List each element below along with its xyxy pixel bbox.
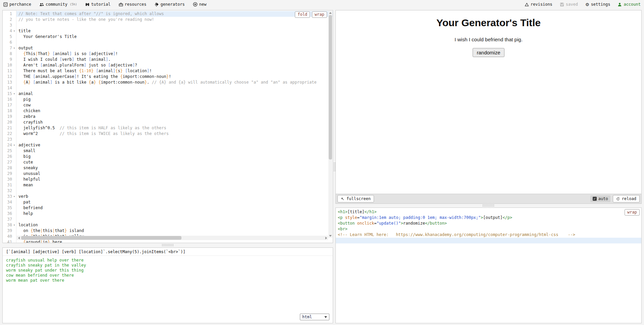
editor-line[interactable]: 4▾title bbox=[3, 28, 333, 34]
horizontal-scrollbar-thumb[interactable] bbox=[21, 236, 181, 240]
editor-code-area[interactable]: 1// Note: Text that comes after "//" is … bbox=[3, 11, 333, 243]
console-input-line[interactable]: [`[animal] [adjective] [verb] [location]… bbox=[3, 248, 333, 256]
fold-button[interactable]: fold bbox=[295, 11, 310, 18]
editor-line[interactable]: 34 pat bbox=[3, 199, 333, 205]
editor-line[interactable]: 17 cow bbox=[3, 102, 333, 108]
editor-line[interactable]: 31 mean bbox=[3, 182, 333, 188]
editor-line-content[interactable] bbox=[16, 40, 333, 45]
editor-line[interactable]: 5 Your Generator's Title bbox=[3, 34, 333, 40]
editor-line[interactable]: 30 helpful bbox=[3, 177, 333, 182]
scroll-down-arrow[interactable] bbox=[328, 234, 332, 238]
editor-line[interactable]: 22 worm^2 // this item is TWICE as likel… bbox=[3, 131, 333, 137]
editor-line-content[interactable]: sneaky bbox=[16, 165, 333, 171]
editor-line-content[interactable]: chicken bbox=[16, 108, 333, 114]
editor-line-content[interactable]: cow bbox=[16, 102, 333, 108]
editor-line-content[interactable]: mean bbox=[16, 182, 333, 188]
editor-line-content[interactable]: small bbox=[16, 148, 333, 154]
left-right-resize-handle[interactable] bbox=[333, 162, 336, 172]
editor-line[interactable]: 26 big bbox=[3, 154, 333, 159]
editor-line[interactable]: 15▾animal bbox=[3, 91, 333, 97]
editor-line[interactable]: 1// Note: Text that comes after "//" is … bbox=[3, 11, 333, 17]
editor-line-content[interactable]: location bbox=[16, 222, 333, 228]
editor-line-content[interactable]: animal bbox=[16, 91, 333, 97]
editor-line-content[interactable]: big bbox=[16, 154, 333, 159]
editor-line-content[interactable]: Your Generator's Title bbox=[16, 34, 333, 40]
editor-line-content[interactable]: jellyfish^0.5 // this item is HALF as li… bbox=[16, 125, 333, 131]
editor-console-resize-handle[interactable] bbox=[162, 244, 174, 246]
editor-line[interactable]: 2// you to write notes - like the one yo… bbox=[3, 17, 333, 22]
editor-line-content[interactable]: There must be at least {1-10} [animal]{s… bbox=[16, 68, 333, 74]
preview-html-resize-handle[interactable] bbox=[482, 204, 494, 207]
editor-line-content[interactable]: unusual bbox=[16, 171, 333, 177]
editor-line[interactable]: 25 small bbox=[3, 148, 333, 154]
editor-line-content[interactable]: output bbox=[16, 45, 333, 51]
editor-line[interactable]: 37 bbox=[3, 217, 333, 222]
editor-line[interactable]: 24▾adjective bbox=[3, 142, 333, 148]
editor-line-content[interactable]: on {the|this|that} island bbox=[16, 228, 333, 234]
editor-line[interactable]: 23 bbox=[3, 137, 333, 142]
editor-line[interactable]: 38▾location bbox=[3, 222, 333, 228]
editor-line-content[interactable]: cute bbox=[16, 159, 333, 165]
editor-line-content[interactable] bbox=[16, 85, 333, 91]
wrap-button[interactable]: wrap bbox=[312, 11, 327, 18]
editor-horizontal-scrollbar[interactable] bbox=[17, 236, 328, 240]
editor-line[interactable]: 7▾output bbox=[3, 45, 333, 51]
editor-line[interactable]: 18 chicken bbox=[3, 108, 333, 114]
editor-line-content[interactable]: befriend bbox=[16, 205, 333, 211]
scroll-left-arrow[interactable] bbox=[17, 236, 21, 240]
scroll-right-arrow[interactable] bbox=[324, 236, 328, 240]
editor-line-content[interactable]: crayfish bbox=[16, 120, 333, 125]
editor-line[interactable]: 28 sneaky bbox=[3, 165, 333, 171]
html-code-area[interactable]: <h1>[title]</h1><p style="margin:1em aut… bbox=[336, 209, 641, 243]
output-format-select[interactable]: html bbox=[300, 314, 329, 320]
editor-line-content[interactable]: adjective bbox=[16, 142, 333, 148]
fold-arrow-icon[interactable]: ▾ bbox=[12, 194, 16, 199]
editor-line-content[interactable]: I wish I could [verb] that [animal]. bbox=[16, 57, 333, 62]
nav-item-community[interactable]: community (5h) bbox=[39, 2, 77, 7]
fold-arrow-icon[interactable]: ▾ bbox=[12, 28, 16, 34]
editor-line[interactable]: 14 bbox=[3, 85, 333, 91]
html-code-line[interactable]: <!-- Learn HTML here: https://www.khanac… bbox=[336, 232, 641, 238]
editor-line-content[interactable] bbox=[16, 217, 333, 222]
editor-line-content[interactable]: helpful bbox=[16, 177, 333, 182]
editor-line-content[interactable]: help bbox=[16, 211, 333, 217]
editor-line[interactable]: 10 Aren't [animal.pluralForm] just so [a… bbox=[3, 62, 333, 68]
editor-line[interactable]: 3 bbox=[3, 22, 333, 28]
fold-arrow-icon[interactable]: ▾ bbox=[12, 142, 16, 148]
scroll-up-arrow[interactable] bbox=[328, 11, 332, 15]
editor-line-content[interactable] bbox=[16, 137, 333, 142]
editor-line[interactable]: 19 zebra bbox=[3, 114, 333, 120]
nav-item-account[interactable]: account bbox=[618, 2, 641, 7]
editor-line[interactable]: 9 I wish I could [verb] that [animal]. bbox=[3, 57, 333, 62]
nav-item-revisions[interactable]: revisions bbox=[525, 2, 552, 7]
editor-line-content[interactable] bbox=[16, 188, 333, 194]
nav-item-tutorial[interactable]: tutorial bbox=[85, 2, 111, 7]
editor-line-content[interactable]: pig bbox=[16, 97, 333, 102]
editor-line[interactable]: 39 on {the|this|that} island bbox=[3, 228, 333, 234]
editor-line-content[interactable]: // you to write notes - like the one you… bbox=[16, 17, 333, 22]
fold-arrow-icon[interactable]: ▾ bbox=[12, 45, 16, 51]
nav-item-resources[interactable]: resources bbox=[119, 2, 147, 7]
editor-line-content[interactable]: THE [animal.upperCase]! It's eating the … bbox=[16, 74, 333, 80]
editor-line[interactable]: 11 There must be at least {1-10} [animal… bbox=[3, 68, 333, 74]
editor-line[interactable]: 8 {This|That} [animal] is so [adjective]… bbox=[3, 51, 333, 57]
fold-arrow-icon[interactable]: ▾ bbox=[12, 222, 16, 228]
editor-line[interactable]: 21 jellyfish^0.5 // this item is HALF as… bbox=[3, 125, 333, 131]
fullscreen-button[interactable]: fullscreen bbox=[337, 195, 374, 202]
editor-line[interactable]: 32 bbox=[3, 188, 333, 194]
editor-line-content[interactable]: {This|That} [animal] is so [adjective]! bbox=[16, 51, 333, 57]
html-code-line[interactable]: <br> bbox=[336, 226, 641, 232]
auto-reload-toggle[interactable]: ✓ auto bbox=[590, 195, 610, 202]
editor-line-content[interactable]: pat bbox=[16, 199, 333, 205]
vertical-scrollbar-thumb[interactable] bbox=[329, 15, 332, 159]
editor-line-content[interactable] bbox=[16, 22, 333, 28]
editor-line-content[interactable]: zebra bbox=[16, 114, 333, 120]
reload-button[interactable]: reload bbox=[613, 195, 640, 202]
randomize-button[interactable]: randomize bbox=[473, 48, 504, 57]
fold-arrow-icon[interactable]: ▾ bbox=[12, 91, 16, 97]
editor-line[interactable]: 29 unusual bbox=[3, 171, 333, 177]
nav-item-generators[interactable]: generators bbox=[155, 2, 185, 7]
editor-line-content[interactable]: worm^2 // this item is TWICE as likely a… bbox=[16, 131, 333, 137]
nav-item-settings[interactable]: ⚙ settings bbox=[585, 2, 610, 7]
editor-line-content[interactable]: // Note: Text that comes after "//" is i… bbox=[16, 11, 333, 17]
